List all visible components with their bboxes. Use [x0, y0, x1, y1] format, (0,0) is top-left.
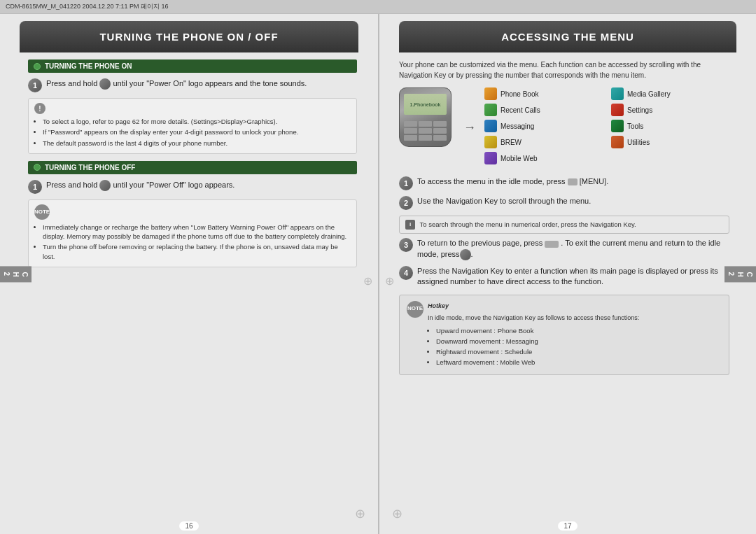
- phone-keypad: [404, 121, 447, 141]
- left-page-header: TURNING THE PHONE ON / OFF: [20, 21, 358, 52]
- right-page-header: ACCESSING THE MENU: [399, 21, 736, 52]
- settings-icon: [611, 104, 624, 116]
- mobileweb-icon: [484, 152, 497, 164]
- menu-item-phonebook: Phone Book: [484, 87, 603, 100]
- right-intro: Your phone can be customized via the men…: [399, 59, 729, 80]
- right-step1-text: To access the menu in the idle mode, pre…: [417, 176, 608, 187]
- hotkey-note-icon: NOTE: [407, 301, 424, 318]
- menu-item-settings: Settings: [611, 104, 729, 116]
- note-icon-1: !: [34, 103, 46, 114]
- chapter-tab-left: C H 2: [0, 266, 31, 282]
- hotkey-item-1: Upward movement : Phone Book: [436, 326, 639, 335]
- brew-icon: [484, 136, 497, 148]
- green-dot-2: [34, 164, 41, 171]
- right-step3-text: To return to the previous page, press . …: [417, 238, 729, 260]
- tools-icon: [611, 120, 624, 132]
- left-page-number: 16: [179, 521, 198, 531]
- phone-screen: 1.Phonebook: [404, 94, 447, 115]
- recentcalls-label: Recent Calls: [500, 106, 540, 114]
- messaging-icon: [484, 120, 497, 132]
- phonebook-label: Phone Book: [500, 90, 539, 98]
- hotkey-item-3: Rightward movement : Schedule: [436, 347, 639, 356]
- hotkey-intro: In idle mode, move the Navigation Key as…: [428, 313, 639, 323]
- bullet-2-2: Turn the phone off before removing or re…: [43, 242, 351, 261]
- chapter-tab-right: C H 2: [724, 266, 756, 282]
- bullet-1-1: To select a logo, refer to page 62 for m…: [43, 117, 351, 126]
- mediagallery-label: Media Gallery: [627, 90, 671, 98]
- right-page-footer: 17: [379, 518, 756, 534]
- top-bar: CDM-8615MW_M_041220 2004.12.20 7:11 PM 페…: [0, 0, 756, 14]
- mobileweb-label: Mobile Web: [500, 155, 538, 162]
- messaging-label: Messaging: [500, 122, 534, 130]
- right-step4-circle: 4: [399, 266, 413, 280]
- mediagallery-icon: [611, 87, 624, 100]
- crosshair-right-bottom: ⊕: [392, 506, 402, 521]
- right-step3-circle: 3: [399, 238, 413, 252]
- recentcalls-icon: [484, 104, 497, 116]
- menu-columns: Phone Book Recent Calls Messaging: [484, 87, 729, 168]
- hotkey-item-2: Downward movement : Messaging: [436, 337, 639, 346]
- hotkey-item-4: Leftward movement : Mobile Web: [436, 358, 639, 367]
- bullet-2-1: Immediately change or recharge the batte…: [43, 223, 351, 241]
- left-page-footer: 16: [0, 518, 378, 534]
- right-step2: 2 Use the Navigation Key to scroll throu…: [399, 196, 729, 210]
- section1-header: TURNING THE PHONE ON: [28, 59, 357, 73]
- note-box-1: ! To select a logo, refer to page 62 for…: [28, 98, 357, 154]
- menu-col-2: Media Gallery Settings Tools: [611, 87, 729, 168]
- crosshair-right-mid: ⊕: [385, 274, 394, 288]
- green-dot-1: [34, 63, 41, 70]
- step1-circle: 1: [28, 78, 42, 92]
- hotkey-list: Upward movement : Phone Book Downward mo…: [436, 326, 639, 367]
- menu-item-utilities: Utilities: [611, 136, 729, 148]
- right-steps: 1 To access the menu in the idle mode, p…: [399, 176, 729, 288]
- menu-item-messaging: Messaging: [484, 120, 603, 132]
- note-box-2: NOTE Immediately change or recharge the …: [28, 199, 357, 267]
- inline-note-icon: i: [405, 220, 415, 230]
- bullet-1-2: If "Password" appears on the display ent…: [43, 127, 351, 136]
- menu-arrow: →: [463, 87, 476, 168]
- step2-row: 1 Press and hold until your "Power Off" …: [28, 180, 357, 194]
- step2-circle: 1: [28, 180, 42, 194]
- menu-item-tools: Tools: [611, 120, 729, 132]
- step1-text: Press and hold until your "Power On" log…: [46, 78, 307, 90]
- menu-item-mediagallery: Media Gallery: [611, 87, 729, 100]
- right-page-content: Your phone can be customized via the men…: [379, 52, 756, 518]
- hotkey-title: Hotkey: [428, 301, 639, 311]
- right-step1-circle: 1: [399, 176, 413, 190]
- step1-row: 1 Press and hold until your "Power On" l…: [28, 78, 357, 92]
- menu-item-mobileweb: Mobile Web: [484, 152, 603, 164]
- inline-note-box: i To search through the menu in numerica…: [399, 216, 729, 234]
- phone-image: 1.Phonebook: [399, 87, 455, 150]
- top-bar-text: CDM-8615MW_M_041220 2004.12.20 7:11 PM 페…: [6, 3, 169, 10]
- right-step2-text: Use the Navigation Key to scroll through…: [417, 196, 591, 206]
- crosshair-left-bottom: ⊕: [355, 506, 365, 521]
- menu-col-1: Phone Book Recent Calls Messaging: [484, 87, 603, 168]
- right-step2-circle: 2: [399, 196, 413, 210]
- tools-label: Tools: [627, 122, 643, 130]
- bullet-1-3: The default password is the last 4 digit…: [43, 139, 351, 148]
- right-step1: 1 To access the menu in the idle mode, p…: [399, 176, 729, 190]
- menu-grid: 1.Phonebook →: [399, 87, 729, 168]
- right-step4-text: Press the Navigation Key to enter a func…: [417, 266, 729, 288]
- note-icon-2: NOTE: [34, 204, 50, 220]
- menu-item-brew: BREW: [484, 136, 603, 148]
- menu-item-recentcalls: Recent Calls: [484, 104, 603, 116]
- right-page: C H 2 ACCESSING THE MENU Your phone can …: [378, 14, 756, 534]
- right-step3: 3 To return to the previous page, press …: [399, 238, 729, 260]
- phonebook-icon: [484, 87, 497, 100]
- hotkey-box: NOTE Hotkey In idle mode, move the Navig…: [399, 295, 729, 375]
- section2-header: TURNING THE PHONE OFF: [28, 161, 357, 174]
- left-page-content: TURNING THE PHONE ON 1 Press and hold un…: [0, 52, 378, 518]
- left-page: C H 2 TURNING THE PHONE ON / OFF TURNING…: [0, 14, 378, 534]
- brew-label: BREW: [500, 139, 522, 146]
- step2-text: Press and hold until your "Power Off" lo…: [46, 180, 234, 191]
- settings-label: Settings: [627, 106, 652, 114]
- right-step4: 4 Press the Navigation Key to enter a fu…: [399, 266, 729, 288]
- crosshair-left-mid: ⊕: [363, 274, 372, 288]
- utilities-icon: [611, 136, 624, 148]
- utilities-label: Utilities: [627, 139, 650, 146]
- right-page-number: 17: [558, 521, 577, 531]
